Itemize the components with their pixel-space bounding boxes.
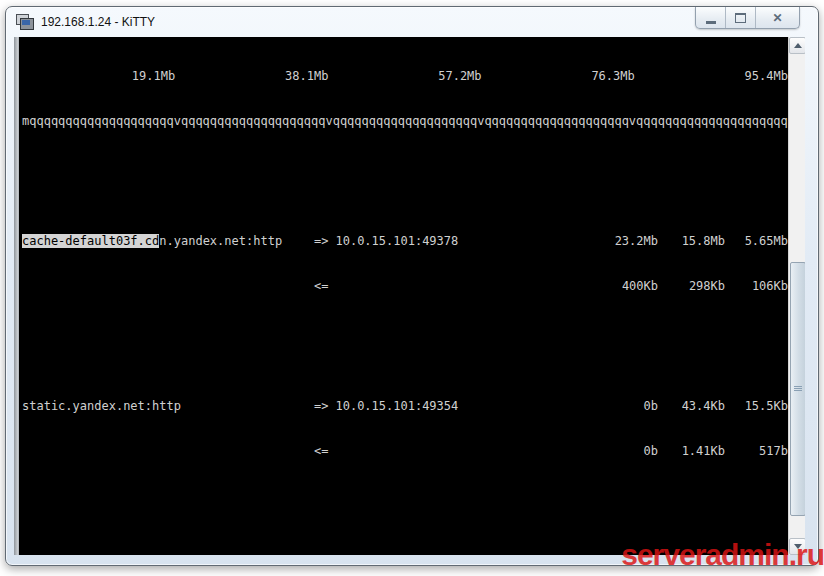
connection-row: cache-default03f.cdn.yandex.net:http =>1… xyxy=(22,204,788,324)
tx-rate-2s: 23.2Mb xyxy=(590,234,658,249)
bandwidth-scale: 19.1Mb 38.1Mb 57.2Mb 76.3Mb 95.4Mb xyxy=(22,69,788,84)
minimize-button[interactable] xyxy=(696,7,726,28)
scale-label: 19.1Mb xyxy=(22,69,175,84)
rx-rate-40s: 106Kb xyxy=(725,279,788,294)
connection-tx-line: cache-default03f.cdn.yandex.net:http =>1… xyxy=(22,234,788,249)
scale-label: 38.1Mb xyxy=(175,69,328,84)
tx-rate-40s: 15.5Kb xyxy=(725,399,788,414)
terminal-screen[interactable]: 19.1Mb 38.1Mb 57.2Mb 76.3Mb 95.4Mb mqqqq… xyxy=(14,37,805,555)
iftop-output: 19.1Mb 38.1Mb 57.2Mb 76.3Mb 95.4Mb mqqqq… xyxy=(19,37,788,555)
scrollbar-up-button[interactable] xyxy=(789,37,805,54)
close-icon: ✕ xyxy=(772,12,782,24)
watermark: serveradmin.ru xyxy=(621,538,824,572)
scrollbar-grip-icon xyxy=(794,386,802,391)
scrollbar-track[interactable] xyxy=(789,54,805,538)
rx-rate-2s: 0b xyxy=(590,444,658,459)
connection-rx-line: <= 0b 1.41Kb 517b xyxy=(22,444,788,459)
scale-label: 95.4Mb xyxy=(635,69,788,84)
scale-divider-line: mqqqqqqqqqqqqqqqqqqqqvqqqqqqqqqqqqqqqqqq… xyxy=(22,114,788,129)
arrow-right-icon: => xyxy=(314,399,328,413)
rx-rate-40s: 517b xyxy=(725,444,788,459)
selection-highlight: cache-default03f.cd xyxy=(22,234,159,248)
arrow-left-icon: <= xyxy=(314,444,328,458)
source-host: static.yandex.net:http xyxy=(22,399,314,414)
scale-label: 76.3Mb xyxy=(482,69,635,84)
destination-host: =>10.0.15.101:49354 xyxy=(314,399,590,414)
window-title: 192.168.1.24 - KiTTY xyxy=(41,15,155,29)
destination-host: =>10.0.15.101:49378 xyxy=(314,234,590,249)
scrollbar-thumb[interactable] xyxy=(790,262,805,516)
tx-rate-10s: 43.4Kb xyxy=(658,399,725,414)
maximize-button[interactable] xyxy=(726,7,756,28)
tx-rate-2s: 0b xyxy=(590,399,658,414)
maximize-icon xyxy=(735,13,746,23)
connection-list: cache-default03f.cdn.yandex.net:http =>1… xyxy=(22,174,788,555)
rx-rate-10s: 298Kb xyxy=(658,279,725,294)
arrow-left-icon: <= xyxy=(314,279,328,293)
rx-rate-2s: 400Kb xyxy=(590,279,658,294)
minimize-icon xyxy=(706,18,716,24)
tx-rate-40s: 5.65Mb xyxy=(725,234,788,249)
connection-row: static.yandex.net:http =>10.0.15.101:493… xyxy=(22,369,788,489)
connection-tx-line: static.yandex.net:http =>10.0.15.101:493… xyxy=(22,399,788,414)
rx-rate-10s: 1.41Kb xyxy=(658,444,725,459)
kitty-app-icon xyxy=(16,14,34,30)
tx-rate-10s: 15.8Mb xyxy=(658,234,725,249)
titlebar[interactable]: 192.168.1.24 - KiTTY ✕ xyxy=(6,7,818,36)
close-button[interactable]: ✕ xyxy=(756,7,799,28)
arrow-right-icon: => xyxy=(314,234,328,248)
source-host: cache-default03f.cdn.yandex.net:http xyxy=(22,234,314,249)
kitty-window: 192.168.1.24 - KiTTY ✕ 19.1Mb 38.1Mb 57.… xyxy=(5,6,819,566)
window-controls: ✕ xyxy=(695,7,800,29)
connection-rx-line: <= 400Kb 298Kb 106Kb xyxy=(22,279,788,294)
arrow-up-icon xyxy=(794,43,802,48)
scale-label: 57.2Mb xyxy=(328,69,481,84)
scrollbar[interactable] xyxy=(788,37,805,555)
